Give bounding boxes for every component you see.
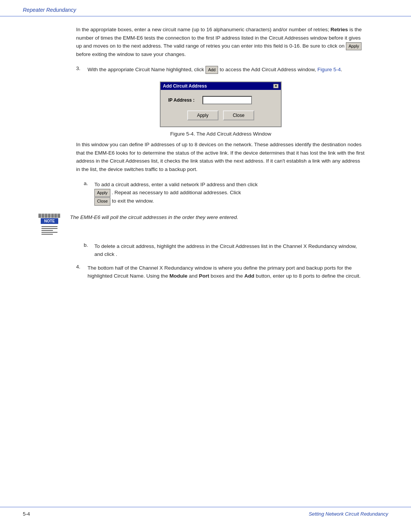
header-title: Repeater Redundancy: [23, 7, 76, 13]
dialog-apply-button[interactable]: Apply: [187, 110, 218, 120]
note-lines: [41, 226, 57, 235]
ip-label: IP Address :: [168, 97, 202, 103]
page-header: Repeater Redundancy: [0, 0, 411, 16]
dialog-titlebar: Add Circuit Address ✕: [161, 82, 281, 90]
dialog-body: IP Address : Apply Close: [161, 90, 281, 126]
list-item-3: 3. With the appropriate Circuit Name hig…: [76, 66, 365, 74]
close-button-inline[interactable]: Close: [94, 197, 110, 206]
note-line-3: [41, 230, 53, 231]
alpha-content-b: To delete a circuit address, highlight t…: [94, 242, 365, 259]
apply-button-inline-2[interactable]: Apply: [94, 189, 110, 197]
alpha-label-a: a.: [84, 181, 94, 206]
alpha-label-b: b.: [84, 242, 94, 259]
note-container: ▓▓▓▓▓▓▓ NOTE The EMM-E6 will poll the ci…: [34, 213, 365, 235]
note-line-5: [41, 234, 53, 235]
apply-button-inline-1[interactable]: Apply: [346, 42, 362, 51]
figure-caption: Figure 5-4. The Add Circuit Address Wind…: [170, 131, 271, 137]
dialog-close-button[interactable]: Close: [223, 110, 255, 120]
list-item-4: 4. The bottom half of the Channel X Redu…: [76, 264, 365, 280]
ip-input[interactable]: [202, 96, 252, 104]
note-badge: NOTE: [41, 218, 58, 224]
dialog-window: Add Circuit Address ✕ IP Address : Apply…: [160, 81, 282, 127]
list-content-3: With the appropriate Circuit Name highli…: [88, 66, 365, 74]
content-area: In the appropriate boxes, enter a new ci…: [53, 26, 388, 280]
note-line-4: [41, 232, 57, 233]
page-number: 5-4: [23, 511, 30, 517]
titlebar-controls: ✕: [273, 84, 279, 88]
paragraph-1: In the appropriate boxes, enter a new ci…: [76, 26, 365, 59]
page-container: Repeater Redundancy In the appropriate b…: [0, 0, 411, 532]
dialog-title: Add Circuit Address: [163, 83, 207, 89]
list-number-3: 3.: [76, 66, 88, 74]
footer-section-title: Setting Network Circuit Redundancy: [309, 511, 388, 517]
paragraph-2: In this window you can define IP address…: [76, 141, 365, 173]
list-number-4: 4.: [76, 264, 88, 280]
ip-address-row: IP Address :: [168, 96, 273, 104]
dialog-buttons: Apply Close: [168, 110, 273, 120]
list-content-4: The bottom half of the Channel X Redunda…: [88, 264, 365, 280]
alpha-item-b: b. To delete a circuit address, highligh…: [84, 242, 365, 259]
page-footer: 5-4 Setting Network Circuit Redundancy: [0, 507, 411, 521]
alpha-item-a: a. To add a circuit address, enter a val…: [84, 181, 365, 206]
note-line-2: [41, 228, 57, 229]
add-button-inline[interactable]: Add: [206, 66, 218, 74]
figure-container: Add Circuit Address ✕ IP Address : Apply…: [76, 81, 365, 137]
note-dots-pattern: ▓▓▓▓▓▓▓: [38, 213, 61, 217]
note-icon: ▓▓▓▓▓▓▓ NOTE: [34, 213, 65, 235]
note-text: The EMM-E6 will poll the circuit address…: [70, 213, 365, 222]
note-line-1: [41, 226, 57, 227]
alpha-content-a: To add a circuit address, enter a valid …: [94, 181, 365, 206]
figure-link[interactable]: Figure 5-4: [317, 67, 341, 72]
titlebar-btn-close[interactable]: ✕: [273, 84, 279, 88]
